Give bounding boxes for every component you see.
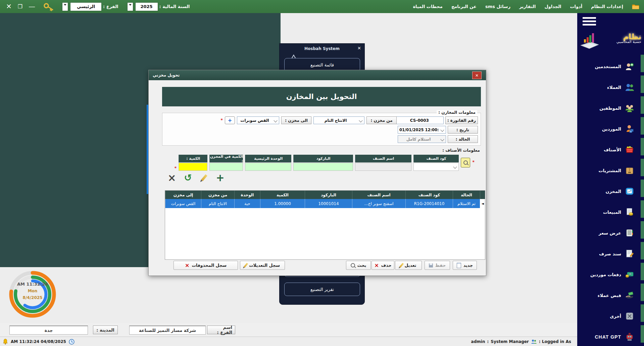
menu-tables[interactable]: الجداول: [544, 4, 561, 9]
row-unit: حبة: [234, 199, 260, 208]
entry-header-item-code: كود الصنف: [413, 155, 459, 162]
row-status: تم الاستلام: [453, 199, 480, 208]
sidebar-item-suppliers[interactable]: الموردين: [577, 118, 644, 139]
add-row-icon[interactable]: +: [214, 172, 226, 183]
sidebar-item-sales[interactable]: المبيعات: [577, 202, 644, 223]
date-picker[interactable]: 01/01/2025 12:00:: [398, 126, 446, 134]
city-field[interactable]: جدة: [9, 326, 88, 335]
sidebar-item-other[interactable]: أخرى: [577, 306, 644, 327]
clear-row-icon[interactable]: ×: [166, 172, 178, 183]
warehouse-icon: [625, 187, 634, 196]
status-bar: AM 11:32:24 04/08/2025 admin : System Ma…: [0, 337, 577, 346]
branch-select[interactable]: الرئيسي: [70, 2, 102, 11]
invoice-number-field[interactable]: CS-0003: [395, 116, 444, 124]
application-window: Hosbah System ✕ قائمة التصنيع تقرير التص…: [0, 0, 644, 346]
clock-widget: AM 11:32:24 Mon 8/4/2025: [7, 267, 58, 323]
manufacturing-report-button[interactable]: تقرير التصنيع: [284, 283, 360, 296]
new-button[interactable]: جديد: [453, 261, 477, 270]
sidebar-item-customer-receipts[interactable]: قبض عملاء: [577, 285, 644, 306]
grid-header-from[interactable]: من مخزن: [201, 191, 234, 199]
key-icon: [43, 2, 55, 11]
folder-icon: [632, 4, 639, 9]
from-warehouse-dropdown[interactable]: الانتاج التام: [313, 116, 364, 124]
stock-qty-field[interactable]: [209, 163, 243, 171]
dialog-close-button[interactable]: ✕: [472, 71, 482, 79]
sidebar-scroll-track[interactable]: [641, 55, 644, 346]
sidebar-item-users[interactable]: المستخدمين: [577, 56, 644, 77]
branch-name-field[interactable]: شركة مسار التميز للصناعة: [129, 326, 206, 335]
grid-header-selector: [480, 191, 485, 199]
restore-window-icon[interactable]: ❐: [18, 0, 22, 13]
sales-invoice-icon: [625, 208, 634, 216]
status-dropdown[interactable]: استلام كامل: [398, 135, 446, 143]
add-warehouse-button[interactable]: +: [225, 116, 235, 124]
barcode-field[interactable]: [293, 163, 353, 171]
undo-icon[interactable]: ↺: [182, 172, 194, 183]
hamburger-menu-icon[interactable]: [583, 17, 596, 27]
search-button[interactable]: بحث: [346, 261, 371, 270]
item-code-dropdown[interactable]: [413, 163, 459, 171]
menu-reports[interactable]: التقارير: [519, 4, 536, 9]
deleted-log-button[interactable]: × سجل المحذوفات: [174, 261, 238, 270]
chevron-down-icon: [274, 118, 277, 122]
dialog-titlebar[interactable]: تحويل مخزني: [149, 70, 486, 80]
to-warehouse-dropdown[interactable]: القص سوبرات: [237, 116, 279, 124]
entry-header-qty: الكمية :: [179, 155, 207, 162]
invoice-number-label: رقم الفاتورة :: [445, 116, 478, 124]
branch-dropdown-button[interactable]: [62, 2, 68, 11]
menu-system-settings[interactable]: إعدادات النظام: [591, 4, 623, 9]
clock-icon: [69, 339, 75, 345]
delete-x-icon: ×: [185, 263, 189, 268]
grid-header-status[interactable]: الحالة: [453, 191, 480, 199]
sidebar-item-chatgpt[interactable]: CHAT GPT: [577, 327, 644, 346]
grid-header-name[interactable]: اسم الصنف: [352, 191, 405, 199]
main-unit-field[interactable]: [245, 163, 291, 171]
sidebar-menu: المستخدمين العملاء الموظفين: [577, 56, 644, 346]
qty-field[interactable]: [179, 163, 207, 171]
grid-header-unit[interactable]: الوحدة: [234, 191, 260, 199]
sidebar-item-payment-voucher[interactable]: سند صرف: [577, 243, 644, 264]
row-selector-icon: ◄: [480, 199, 485, 208]
sidebar-item-purchases[interactable]: المشتريات: [577, 160, 644, 181]
grid-header-barcode[interactable]: الباركود: [305, 191, 352, 199]
sidebar-item-supplier-payments[interactable]: دفعات موردين 0: [577, 264, 644, 285]
manufacturing-list-button[interactable]: قائمة التصنيع: [284, 58, 360, 71]
close-window-icon[interactable]: ✕: [6, 0, 12, 13]
fiscal-year-select[interactable]: 2025: [135, 2, 158, 11]
entry-header-barcode: الباركود: [293, 155, 353, 162]
status-logged-as: : Logged in As: [539, 339, 571, 344]
grid-header-to[interactable]: إلى مخزن: [165, 191, 201, 199]
delete-button[interactable]: × حذف: [371, 261, 394, 270]
chevron-down-icon: [440, 128, 444, 132]
fiscal-year-label: السنة المالية :: [159, 4, 190, 9]
fiscal-year-dropdown-button[interactable]: [127, 2, 133, 11]
save-button[interactable]: حفظ: [425, 261, 450, 270]
branch-label: الفرع :: [103, 4, 118, 9]
menu-tools[interactable]: أدوات: [570, 4, 583, 9]
sidebar-item-items[interactable]: الأصناف: [577, 139, 644, 160]
sidebar-item-clients[interactable]: العملاء: [577, 77, 644, 98]
menu-about[interactable]: عن البرنامج: [451, 4, 477, 9]
tools-icon: [625, 312, 634, 320]
dialog-title: تحويل مخزني: [153, 73, 180, 78]
menu-water-stations[interactable]: محطات المياة: [413, 4, 442, 9]
minimize-window-icon[interactable]: —: [29, 0, 35, 13]
sidebar-item-quote[interactable]: عرض سعر: [577, 223, 644, 243]
item-search-button[interactable]: [461, 158, 470, 167]
grid-header-code[interactable]: كود الصنف: [405, 191, 453, 199]
chart-book-icon: [579, 32, 600, 51]
dialog-banner: التحويل بين المخازن: [162, 87, 481, 106]
branch-name-label: اسم الفرع :: [207, 326, 235, 334]
edit-log-button[interactable]: سجل التعديلات: [240, 261, 285, 270]
edit-row-icon[interactable]: [198, 172, 210, 183]
svg-text:0: 0: [630, 273, 631, 276]
sidebar-item-employees[interactable]: الموظفين: [577, 98, 644, 118]
items-crate-icon: [625, 145, 634, 154]
hosbah-close-icon[interactable]: ✕: [357, 46, 361, 51]
grid-header-qty[interactable]: الكمية: [260, 191, 305, 199]
edit-button[interactable]: تعديل: [395, 261, 422, 270]
sidebar-item-warehouse[interactable]: المخزن: [577, 181, 644, 202]
row-name: اسفنج سوبر اخ...: [352, 199, 405, 208]
table-row[interactable]: ◄ تم الاستلام R1G-20014010 اسفنج سوبر اخ…: [165, 199, 485, 208]
menu-sms[interactable]: رسائل sms: [485, 4, 510, 9]
